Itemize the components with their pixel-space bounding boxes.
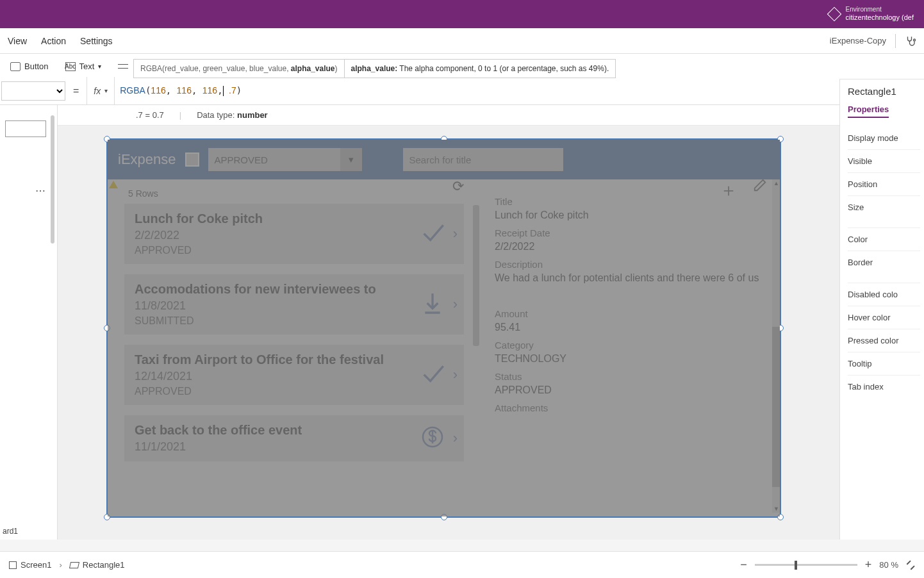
property-row[interactable]: Display mode [848,127,920,149]
button-icon [10,62,21,71]
field-label: Status [495,371,773,382]
card-date: 12/14/2021 [135,370,454,383]
tree-search-input[interactable] [5,120,46,137]
svg-point-0 [914,39,916,41]
breadcrumb-label: Rectangle1 [83,560,125,570]
property-row[interactable]: Size [848,195,920,219]
zoom-in-button[interactable]: + [865,558,872,572]
card-status: SUBMITTED [135,315,454,327]
fx-button[interactable]: fx ▾ [87,77,115,104]
field-value: We had a lunch for potential clients and… [495,272,773,284]
chevron-right-icon[interactable]: › [453,430,458,447]
chevron-right-icon[interactable]: › [453,296,458,313]
title-bar: Environment citizentechnology (def [0,0,924,28]
property-row[interactable]: Visible [848,149,920,172]
refresh-icon[interactable]: ⟳ [452,178,464,195]
property-row[interactable]: Color [848,227,920,251]
environment-icon [827,7,841,22]
insert-button-button[interactable]: Button [5,59,54,74]
formula-input[interactable]: RGBA(116, 116, 116, .7) [115,85,839,96]
zoom-pct: % [891,560,898,570]
list-scrollbar[interactable] [473,205,479,506]
tree-view-pane: ✕ ⋯ ard1 [0,79,58,540]
property-row[interactable]: Border [848,251,920,274]
preview-app-title: iExpense [118,151,176,168]
list-item[interactable]: Lunch for Coke pitch2/2/2022APPROVED› [124,204,464,264]
more-options-button[interactable]: ⋯ [35,185,45,197]
status-bar: Screen1 › Rectangle1 − + 80 % [0,551,924,578]
zoom-out-button[interactable]: − [740,558,747,572]
property-row[interactable]: Tooltip [848,352,920,375]
list-item[interactable]: Taxi from Airport to Office for the fest… [124,345,464,405]
card-title: Accomodations for new interviewees to [135,282,454,297]
preview-status-dropdown[interactable]: APPROVED ▾ [208,148,362,171]
list-item[interactable]: Accomodations for new interviewees to11/… [124,274,464,334]
card-status: APPROVED [135,386,454,397]
signature-active-param: alpha_value [291,64,335,73]
selected-element-name: Rectangle1 [848,86,920,97]
preview-list-column: 5 Rows ⟳ Lunch for Coke pitch2/2/2022APP… [108,179,479,516]
text-label: Text [79,62,95,71]
detail-scrollbar[interactable]: ▲ ▼ [772,179,780,513]
scrollbar-thumb[interactable] [473,205,479,346]
scrollbar-thumb[interactable] [772,327,780,487]
button-label: Button [24,62,49,71]
menu-view[interactable]: View [8,36,27,46]
card-title: Taxi from Airport to Office for the fest… [135,352,454,367]
formula-b: 116 [202,85,217,95]
search-placeholder: Search for title [409,154,472,165]
insert-text-button[interactable]: Abc Text ▾ [60,59,107,74]
property-row[interactable]: Tab index [848,375,920,398]
selected-rectangle[interactable]: iExpense APPROVED ▾ Search for title 5 R… [106,138,781,518]
signature-desc-label: alpha_value: [351,64,398,73]
field-value: 95.41 [495,322,773,333]
download-icon [420,290,445,318]
property-row[interactable]: Disabled colo [848,283,920,306]
menu-bar: View Action Settings iExpense-Copy [0,28,924,54]
equals-label: = [65,85,87,97]
app-checker-icon[interactable] [905,35,916,47]
formula-g: 116 [177,85,192,95]
rows-count-label: 5 Rows [128,188,473,199]
chevron-right-icon: › [59,560,62,570]
canvas-area[interactable]: = fx ▾ RGBA(116, 116, 116, .7) .7 = 0.7 … [58,79,839,540]
chevron-right-icon[interactable]: › [453,367,458,383]
chevron-right-icon[interactable]: › [453,226,458,242]
dollar-icon [420,424,445,452]
property-selector[interactable] [1,81,65,101]
tree-item-label[interactable]: ard1 [3,527,18,536]
menu-settings[interactable]: Settings [80,36,113,46]
property-row[interactable]: Hover color [848,306,920,329]
zoom-slider[interactable] [755,564,857,566]
zoom-slider-thumb[interactable] [795,561,797,570]
properties-tab[interactable]: Properties [848,104,889,118]
tree-scrollbar[interactable] [51,115,54,244]
field-label: Amount [495,308,773,319]
fit-to-window-icon[interactable] [906,561,915,570]
warning-icon[interactable] [109,181,118,188]
card-title: Lunch for Coke pitch [135,211,454,226]
preview-search-input[interactable]: Search for title [403,148,563,171]
preview-header: iExpense APPROVED ▾ Search for title [108,140,780,179]
property-row[interactable]: Pressed color [848,329,920,352]
zoom-controls: − + 80 % [740,558,915,572]
data-type-value: number [237,110,268,120]
chevron-down-icon: ▾ [104,87,108,94]
add-icon[interactable]: ＋ [720,178,738,202]
menu-action[interactable]: Action [41,36,66,46]
edit-icon[interactable] [753,178,767,202]
breadcrumb-element[interactable]: Rectangle1 [70,560,125,570]
preview-checkbox[interactable] [185,153,199,167]
property-row[interactable]: Position [848,172,920,195]
chevron-down-icon: ▾ [98,63,101,70]
breadcrumb-screen[interactable]: Screen1 [9,560,51,570]
card-date: 2/2/2022 [135,229,454,242]
scroll-down-icon[interactable]: ▼ [773,506,779,512]
environment-name: citizentechnology (def [846,13,914,22]
signature-desc-text: The alpha component, 0 to 1 (or a percen… [397,64,609,73]
scroll-up-icon[interactable]: ▲ [773,180,779,186]
dropdown-value: APPROVED [215,154,268,165]
list-item[interactable]: Get back to the office event11/1/2021› [124,415,464,461]
environment-label: Environment [846,6,914,13]
properties-toggle-button[interactable] [113,60,133,74]
